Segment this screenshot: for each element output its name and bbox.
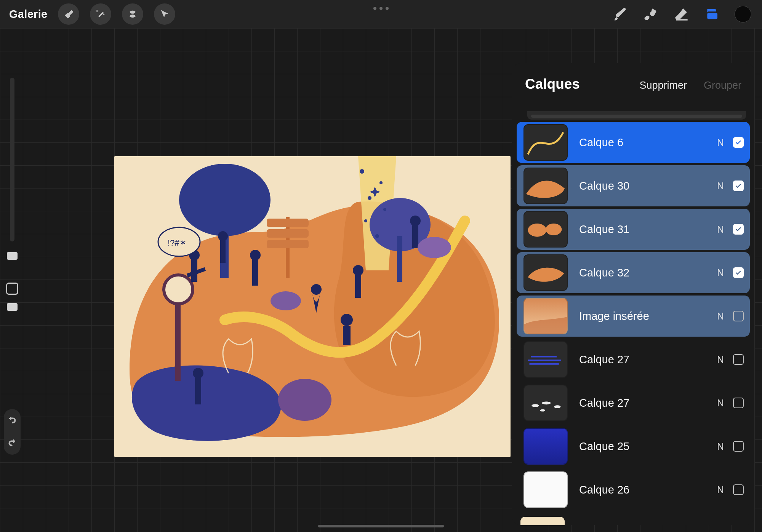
visibility-checkbox[interactable] [733, 137, 744, 148]
panel-title: Calques [525, 76, 580, 92]
layer-row[interactable]: Calque 6 N [517, 122, 750, 163]
visibility-checkbox[interactable] [733, 354, 744, 365]
group-button[interactable]: Grouper [704, 80, 741, 91]
layer-row[interactable]: Calque 27 N [517, 339, 750, 380]
svg-point-42 [540, 409, 546, 412]
layer-name: Calque 32 [579, 267, 715, 279]
svg-point-39 [531, 404, 539, 407]
visibility-checkbox[interactable] [733, 398, 744, 408]
svg-rect-9 [267, 240, 309, 248]
layer-thumbnail [523, 254, 568, 291]
visibility-checkbox[interactable] [733, 181, 744, 191]
layer-thumbnail [523, 168, 568, 204]
layer-name: Calque 30 [579, 180, 715, 192]
svg-rect-7 [267, 219, 309, 227]
blend-mode-label[interactable]: N [715, 311, 726, 322]
blend-mode-label[interactable]: N [715, 484, 726, 495]
svg-point-37 [528, 224, 546, 237]
blend-mode-label[interactable]: N [715, 354, 726, 365]
svg-rect-19 [355, 275, 361, 298]
svg-rect-3 [397, 236, 402, 282]
slider-thumb[interactable] [7, 303, 18, 311]
background-swatch [520, 517, 565, 525]
svg-rect-16 [220, 240, 226, 263]
layer-name: Calque 31 [579, 223, 715, 236]
background-row[interactable]: Couleur d'arrière-plan [517, 513, 750, 525]
layer-row[interactable]: Calque 25 N [517, 426, 750, 467]
blend-mode-label[interactable]: N [715, 181, 726, 192]
svg-point-18 [353, 265, 363, 276]
transform-arrow-icon[interactable] [154, 3, 175, 25]
layer-row[interactable]: Calque 31 N [517, 209, 750, 250]
layer-thumbnail [523, 124, 568, 161]
modify-button[interactable] [6, 283, 18, 295]
layer-row[interactable]: Calque 26 N [517, 469, 750, 510]
layer-thumbnail [523, 428, 568, 465]
wrench-icon[interactable] [58, 3, 79, 25]
canvas-artwork[interactable]: !?#✶ [114, 156, 511, 457]
wand-icon[interactable] [90, 3, 111, 25]
svg-point-22 [341, 314, 353, 326]
layer-thumbnail [523, 211, 568, 248]
svg-point-32 [383, 208, 386, 211]
slider-thumb[interactable] [7, 252, 18, 260]
top-toolbar: Galerie [0, 0, 762, 28]
visibility-checkbox[interactable] [733, 224, 744, 235]
left-sidebar [3, 78, 21, 375]
svg-point-34 [375, 234, 379, 238]
selection-icon[interactable] [122, 3, 143, 25]
layer-thumbnail [523, 471, 568, 508]
layer-name: Image insérée [579, 310, 715, 323]
brush-size-slider[interactable] [10, 78, 14, 241]
blend-mode-label[interactable]: N [715, 441, 726, 452]
svg-point-5 [164, 275, 193, 304]
layer-name: Calque 27 [579, 397, 715, 409]
svg-rect-23 [343, 326, 351, 345]
visibility-checkbox[interactable] [733, 441, 744, 452]
redo-icon[interactable] [8, 438, 17, 449]
layer-row[interactable]: Calque 32 N [517, 252, 750, 293]
layers-list[interactable]: Calque 6 N Calque 30 N Calque 31 N Calqu… [512, 109, 754, 525]
layer-row[interactable]: Calque 30 N [517, 165, 750, 206]
collapse-dots-icon[interactable] [373, 7, 389, 10]
svg-point-17 [311, 284, 322, 295]
layer-row[interactable]: Image insérée N [517, 296, 750, 337]
toolbar-left-group: Galerie [0, 3, 175, 25]
svg-point-28 [278, 379, 331, 421]
layer-thumbnail [523, 385, 568, 421]
canvas-stage: !?#✶ Calques Supprimer Grouper Calque 6 … [0, 28, 762, 532]
svg-point-27 [418, 237, 451, 258]
svg-point-40 [542, 401, 551, 404]
svg-rect-21 [412, 225, 418, 248]
layer-name: Calque 27 [579, 353, 715, 366]
home-indicator [318, 525, 444, 527]
brush-icon[interactable] [613, 6, 628, 22]
blend-mode-label[interactable]: N [715, 224, 726, 235]
svg-point-31 [368, 196, 371, 200]
blend-mode-label[interactable]: N [715, 398, 726, 409]
svg-rect-4 [175, 293, 181, 381]
color-picker-button[interactable] [735, 6, 751, 22]
layers-icon[interactable] [704, 6, 719, 22]
delete-button[interactable]: Supprimer [639, 80, 687, 91]
layer-row-peek [527, 111, 746, 120]
layer-thumbnail [523, 298, 568, 334]
gallery-button[interactable]: Galerie [9, 8, 47, 21]
visibility-checkbox[interactable] [733, 311, 744, 321]
undo-icon[interactable] [8, 415, 17, 426]
blend-mode-label[interactable]: N [715, 137, 726, 148]
layer-name: Calque 26 [579, 484, 715, 496]
svg-point-41 [554, 405, 560, 408]
eraser-icon[interactable] [674, 6, 689, 22]
visibility-checkbox[interactable] [733, 484, 744, 495]
smudge-icon[interactable] [643, 6, 658, 22]
layer-name: Calque 6 [579, 136, 715, 149]
svg-text:!?#✶: !?#✶ [168, 238, 186, 248]
visibility-checkbox[interactable] [733, 267, 744, 278]
layer-row[interactable]: Calque 27 N [517, 382, 750, 423]
layer-thumbnail [523, 341, 568, 378]
blend-mode-label[interactable]: N [715, 267, 726, 278]
svg-point-30 [379, 181, 383, 184]
toolbar-right-group [613, 6, 762, 22]
svg-rect-14 [252, 259, 258, 286]
